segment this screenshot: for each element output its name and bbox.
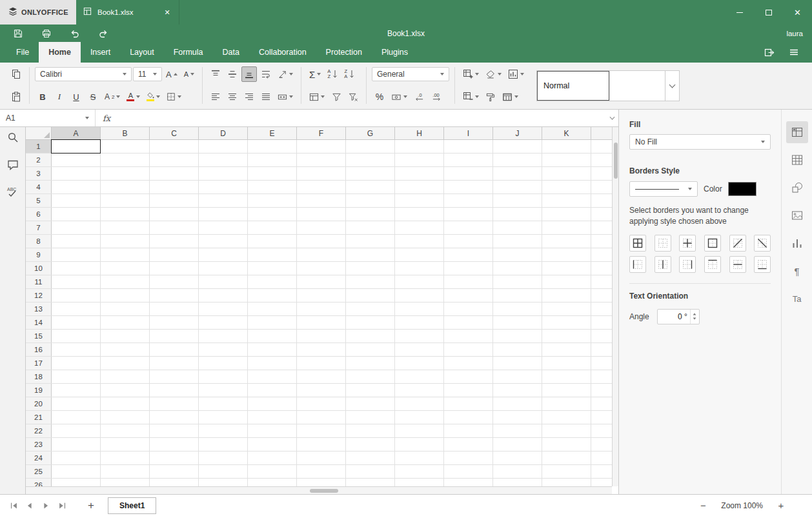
angle-input[interactable]: 0 ° xyxy=(657,309,700,324)
cell-K23[interactable] xyxy=(542,438,591,451)
row-header-17[interactable]: 17 xyxy=(26,357,52,370)
cell-G22[interactable] xyxy=(346,424,395,437)
cell-I21[interactable] xyxy=(444,411,493,424)
cell-I10[interactable] xyxy=(444,262,493,275)
cell-B25[interactable] xyxy=(101,465,150,478)
cell-D16[interactable] xyxy=(199,343,248,356)
menu-tab-home[interactable]: Home xyxy=(39,42,81,63)
image-settings-tab[interactable] xyxy=(786,204,808,226)
cell-G7[interactable] xyxy=(346,221,395,234)
table-settings-tab[interactable] xyxy=(786,149,808,171)
cell-partial-2[interactable] xyxy=(591,154,612,166)
column-header-J[interactable]: J xyxy=(493,127,542,139)
cell-G6[interactable] xyxy=(346,208,395,221)
cell-D3[interactable] xyxy=(199,167,248,180)
cell-D25[interactable] xyxy=(199,465,248,478)
column-header-A[interactable]: A xyxy=(52,127,101,139)
bold-button[interactable]: B xyxy=(35,89,50,104)
fill-color-button[interactable] xyxy=(144,89,163,104)
cell-A17[interactable] xyxy=(52,357,101,370)
cell-A13[interactable] xyxy=(52,303,101,315)
cell-B14[interactable] xyxy=(101,316,150,329)
font-name-combo[interactable]: Calibri xyxy=(35,67,132,81)
align-right-button[interactable] xyxy=(241,89,257,104)
cell-I4[interactable] xyxy=(444,181,493,194)
spinner-up-icon[interactable] xyxy=(693,313,696,315)
merge-cells-button[interactable] xyxy=(275,89,296,104)
cell-A16[interactable] xyxy=(52,343,101,356)
vertical-scrollbar[interactable] xyxy=(612,127,618,486)
cell-K15[interactable] xyxy=(542,330,591,342)
cell-J1[interactable] xyxy=(493,140,542,153)
cell-B15[interactable] xyxy=(101,330,150,342)
cell-J5[interactable] xyxy=(493,194,542,207)
cell-J18[interactable] xyxy=(493,370,542,383)
spinner-down-icon[interactable] xyxy=(693,318,696,320)
cell-C3[interactable] xyxy=(150,167,199,180)
cell-I19[interactable] xyxy=(444,384,493,397)
shape-settings-tab[interactable] xyxy=(786,177,808,199)
cell-name-box[interactable]: A1 xyxy=(0,110,96,126)
cell-E20[interactable] xyxy=(248,397,297,410)
next-sheet-button[interactable] xyxy=(39,499,53,513)
cell-G13[interactable] xyxy=(346,303,395,315)
cell-H3[interactable] xyxy=(395,167,444,180)
formula-bar-expand-button[interactable] xyxy=(605,110,618,126)
cell-E17[interactable] xyxy=(248,357,297,370)
cell-H12[interactable] xyxy=(395,289,444,302)
cell-F21[interactable] xyxy=(297,411,346,424)
cell-G3[interactable] xyxy=(346,167,395,180)
menu-tab-layout[interactable]: Layout xyxy=(120,42,164,63)
cell-G10[interactable] xyxy=(346,262,395,275)
cell-E9[interactable] xyxy=(248,248,297,261)
border-inside-horizontal-button[interactable] xyxy=(729,256,746,273)
border-left-button[interactable] xyxy=(629,256,646,273)
sort-ascending-button[interactable]: AZ xyxy=(325,66,340,82)
cell-H9[interactable] xyxy=(395,248,444,261)
cell-C20[interactable] xyxy=(150,397,199,410)
cell-D4[interactable] xyxy=(199,181,248,194)
cell-A7[interactable] xyxy=(52,221,101,234)
sort-descending-button[interactable]: ZA xyxy=(341,66,357,82)
cell-D2[interactable] xyxy=(199,154,248,166)
row-header-20[interactable]: 20 xyxy=(26,397,52,410)
document-tab[interactable]: Book1.xlsx ✕ xyxy=(76,0,179,25)
row-header-21[interactable]: 21 xyxy=(26,411,52,424)
previous-sheet-button[interactable] xyxy=(23,499,37,513)
cell-K3[interactable] xyxy=(542,167,591,180)
align-bottom-button[interactable] xyxy=(241,66,257,82)
row-header-9[interactable]: 9 xyxy=(26,248,52,261)
cell-H1[interactable] xyxy=(395,140,444,153)
decrease-font-button[interactable]: A xyxy=(181,66,197,82)
fill-combo[interactable]: No Fill xyxy=(629,134,771,150)
cell-J8[interactable] xyxy=(493,235,542,248)
cell-B5[interactable] xyxy=(101,194,150,207)
cell-F3[interactable] xyxy=(297,167,346,180)
cell-A15[interactable] xyxy=(52,330,101,342)
text-art-settings-tab[interactable]: Ta xyxy=(786,288,808,310)
cell-I8[interactable] xyxy=(444,235,493,248)
cell-H19[interactable] xyxy=(395,384,444,397)
cell-G1[interactable] xyxy=(346,140,395,153)
cell-F15[interactable] xyxy=(297,330,346,342)
cell-F2[interactable] xyxy=(297,154,346,166)
styles-gallery-expand-button[interactable] xyxy=(665,71,679,101)
hamburger-menu-icon[interactable] xyxy=(785,44,803,61)
cell-E24[interactable] xyxy=(248,452,297,464)
column-header-I[interactable]: I xyxy=(444,127,493,139)
cell-K22[interactable] xyxy=(542,424,591,437)
cell-G11[interactable] xyxy=(346,275,395,288)
cell-H26[interactable] xyxy=(395,479,444,486)
cell-G4[interactable] xyxy=(346,181,395,194)
cell-partial-18[interactable] xyxy=(591,370,612,383)
cell-E18[interactable] xyxy=(248,370,297,383)
cell-I22[interactable] xyxy=(444,424,493,437)
zoom-in-button[interactable]: + xyxy=(775,500,787,511)
cell-D26[interactable] xyxy=(199,479,248,486)
cell-F11[interactable] xyxy=(297,275,346,288)
save-button[interactable] xyxy=(9,26,27,41)
row-header-18[interactable]: 18 xyxy=(26,370,52,383)
cell-I25[interactable] xyxy=(444,465,493,478)
row-header-24[interactable]: 24 xyxy=(26,452,52,464)
row-header-10[interactable]: 10 xyxy=(26,262,52,275)
